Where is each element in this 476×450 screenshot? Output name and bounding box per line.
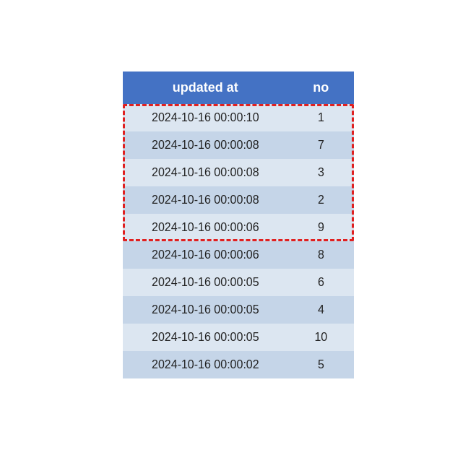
cell-no: 4 — [288, 296, 353, 324]
table-body: 2024-10-16 00:00:1012024-10-16 00:00:087… — [123, 104, 354, 378]
column-header-updated-at: updated at — [123, 72, 289, 104]
table-row: 2024-10-16 00:00:068 — [123, 241, 354, 269]
cell-no: 6 — [288, 269, 353, 296]
table-row: 2024-10-16 00:00:083 — [123, 159, 354, 186]
cell-no: 2 — [288, 186, 353, 214]
cell-updated-at: 2024-10-16 00:00:08 — [123, 159, 289, 186]
cell-no: 10 — [288, 324, 353, 351]
cell-updated-at: 2024-10-16 00:00:05 — [123, 296, 289, 324]
cell-updated-at: 2024-10-16 00:00:08 — [123, 186, 289, 214]
cell-no: 5 — [288, 351, 353, 378]
table-row: 2024-10-16 00:00:056 — [123, 269, 354, 296]
table-row: 2024-10-16 00:00:069 — [123, 214, 354, 241]
table-row: 2024-10-16 00:00:087 — [123, 131, 354, 159]
table-wrapper: updated at no 2024-10-16 00:00:1012024-1… — [123, 72, 354, 378]
cell-updated-at: 2024-10-16 00:00:10 — [123, 104, 289, 131]
cell-updated-at: 2024-10-16 00:00:08 — [123, 131, 289, 159]
table-row: 2024-10-16 00:00:0510 — [123, 324, 354, 351]
cell-updated-at: 2024-10-16 00:00:05 — [123, 269, 289, 296]
cell-updated-at: 2024-10-16 00:00:06 — [123, 214, 289, 241]
table-row: 2024-10-16 00:00:101 — [123, 104, 354, 131]
table-row: 2024-10-16 00:00:054 — [123, 296, 354, 324]
data-table: updated at no 2024-10-16 00:00:1012024-1… — [123, 72, 354, 378]
cell-updated-at: 2024-10-16 00:00:06 — [123, 241, 289, 269]
cell-no: 7 — [288, 131, 353, 159]
table-row: 2024-10-16 00:00:025 — [123, 351, 354, 378]
cell-no: 9 — [288, 214, 353, 241]
table-header-row: updated at no — [123, 72, 354, 104]
cell-updated-at: 2024-10-16 00:00:05 — [123, 324, 289, 351]
table-row: 2024-10-16 00:00:082 — [123, 186, 354, 214]
cell-no: 8 — [288, 241, 353, 269]
cell-updated-at: 2024-10-16 00:00:02 — [123, 351, 289, 378]
table-container: updated at no 2024-10-16 00:00:1012024-1… — [123, 72, 354, 378]
column-header-no: no — [288, 72, 353, 104]
cell-no: 1 — [288, 104, 353, 131]
cell-no: 3 — [288, 159, 353, 186]
